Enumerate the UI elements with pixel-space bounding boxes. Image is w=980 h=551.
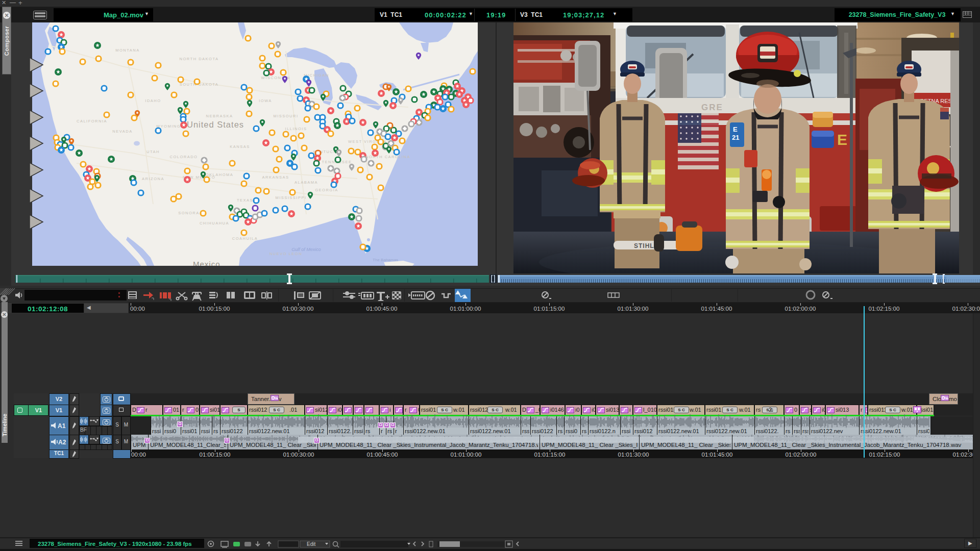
svg-text:Edit: Edit	[307, 541, 315, 547]
